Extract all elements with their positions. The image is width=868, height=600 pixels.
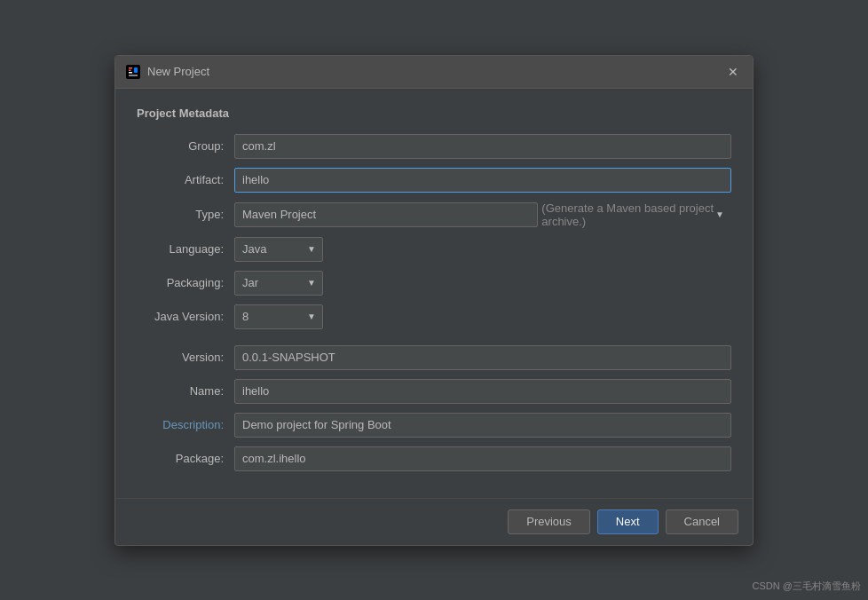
title-bar: New Project ✕ (115, 56, 753, 89)
packaging-select[interactable]: Jar (234, 271, 323, 296)
watermark: CSDN @三毛村滴雪鱼粉 (753, 580, 861, 593)
title-bar-left: New Project (126, 65, 209, 79)
language-select[interactable]: Java (234, 237, 323, 262)
svg-rect-2 (129, 69, 131, 71)
type-label: Type: (137, 208, 234, 221)
language-label: Language: (137, 242, 234, 256)
next-button[interactable]: Next (597, 509, 659, 534)
java-version-label: Java Version: (137, 310, 234, 323)
dialog-overlay: New Project ✕ Project Metadata Group: Ar… (0, 0, 868, 600)
previous-button[interactable]: Previous (508, 509, 590, 534)
language-select-wrapper: Java ▼ (234, 237, 323, 262)
svg-rect-5 (134, 67, 138, 73)
svg-rect-3 (129, 72, 132, 74)
type-select[interactable]: Maven Project (234, 202, 538, 227)
java-version-select-wrapper: 8 ▼ (234, 304, 323, 329)
artifact-row: Artifact: (137, 168, 731, 193)
description-label: Description: (137, 418, 234, 431)
version-row: Version: (137, 345, 731, 370)
package-label: Package: (137, 452, 234, 465)
cancel-button[interactable]: Cancel (666, 509, 738, 534)
java-version-select[interactable]: 8 (234, 304, 323, 329)
package-row: Package: (137, 446, 731, 471)
type-hint: (Generate a Maven based project archive.… (541, 201, 731, 228)
version-input[interactable] (234, 345, 731, 370)
svg-rect-4 (129, 75, 138, 75)
name-label: Name: (137, 384, 234, 398)
group-input[interactable] (234, 134, 731, 159)
new-project-dialog: New Project ✕ Project Metadata Group: Ar… (114, 55, 754, 546)
version-label: Version: (137, 351, 234, 364)
name-row: Name: (137, 379, 731, 404)
artifact-input[interactable] (234, 168, 731, 193)
type-row: Type: Maven Project (Generate a Maven ba… (137, 201, 731, 228)
svg-rect-1 (129, 67, 132, 69)
packaging-select-wrapper: Jar ▼ (234, 271, 323, 296)
packaging-row: Packaging: Jar ▼ (137, 271, 731, 296)
dialog-title: New Project (147, 65, 209, 78)
svg-rect-0 (126, 65, 140, 79)
type-select-wrapper: Maven Project (Generate a Maven based pr… (234, 201, 731, 228)
section-title: Project Metadata (137, 107, 731, 120)
spacer (137, 338, 731, 345)
close-button[interactable]: ✕ (724, 63, 742, 81)
package-input[interactable] (234, 446, 731, 471)
dialog-content: Project Metadata Group: Artifact: Type: … (115, 89, 753, 498)
packaging-label: Packaging: (137, 276, 234, 289)
language-row: Language: Java ▼ (137, 237, 731, 262)
artifact-label: Artifact: (137, 173, 234, 186)
description-input[interactable] (234, 413, 731, 438)
java-version-row: Java Version: 8 ▼ (137, 304, 731, 329)
dialog-footer: Previous Next Cancel (115, 498, 753, 545)
group-label: Group: (137, 139, 234, 153)
description-row: Description: (137, 413, 731, 438)
group-row: Group: (137, 134, 731, 159)
name-input[interactable] (234, 379, 731, 404)
intellij-icon (126, 65, 140, 79)
